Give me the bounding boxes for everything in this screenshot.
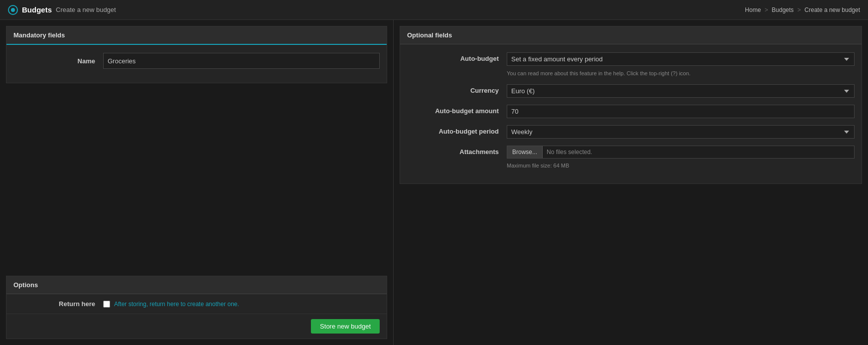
mandatory-fields-card: Mandatory fields Name xyxy=(6,26,387,83)
options-body: Return here After storing, return here t… xyxy=(6,294,387,314)
auto-budget-label: Auto-budget xyxy=(407,52,507,62)
mandatory-fields-body: Name xyxy=(6,45,387,83)
topbar-left: Budgets Create a new budget xyxy=(8,5,116,15)
auto-budget-period-label: Auto-budget period xyxy=(407,125,507,135)
name-label: Name xyxy=(13,57,103,65)
auto-budget-amount-row: Auto-budget amount xyxy=(407,105,855,118)
app-title: Budgets xyxy=(22,5,52,14)
breadcrumb-sep-1: > xyxy=(764,6,768,13)
name-input[interactable] xyxy=(103,53,380,69)
optional-fields-card: Optional fields Auto-budget Set a fixed … xyxy=(400,26,862,184)
options-title: Options xyxy=(13,281,38,289)
logo-inner xyxy=(11,8,15,12)
name-row: Name xyxy=(13,53,380,69)
auto-budget-amount-control-col xyxy=(507,105,855,118)
optional-fields-title: Optional fields xyxy=(407,31,452,39)
mandatory-fields-title: Mandatory fields xyxy=(13,31,65,39)
auto-budget-amount-label: Auto-budget amount xyxy=(407,105,507,115)
auto-budget-help-text: You can read more about this feature in … xyxy=(507,70,855,77)
store-new-budget-button[interactable]: Store new budget xyxy=(311,319,380,334)
breadcrumb-budgets[interactable]: Budgets xyxy=(772,6,794,13)
currency-label: Currency xyxy=(407,84,507,94)
optional-fields-header: Optional fields xyxy=(400,26,862,44)
optional-fields-body: Auto-budget Set a fixed amount every per… xyxy=(400,44,862,183)
currency-row: Currency Euro (€) US Dollar ($) British … xyxy=(407,84,855,98)
left-panel: Mandatory fields Name Options Return her… xyxy=(0,20,394,345)
topbar: Budgets Create a new budget Home > Budge… xyxy=(0,0,868,20)
options-header: Options xyxy=(6,276,387,294)
attachments-row: Attachments Browse... No files selected.… xyxy=(407,146,855,169)
auto-budget-row: Auto-budget Set a fixed amount every per… xyxy=(407,52,855,77)
app-subtitle: Create a new budget xyxy=(56,6,116,13)
submit-row: Store new budget xyxy=(6,314,387,339)
auto-budget-period-select[interactable]: Weekly Monthly Quarterly Yearly xyxy=(507,125,855,139)
file-input-wrapper: Browse... No files selected. xyxy=(507,146,855,159)
app-logo xyxy=(8,5,18,15)
auto-budget-period-control-col: Weekly Monthly Quarterly Yearly xyxy=(507,125,855,139)
return-here-text: After storing, return here to create ano… xyxy=(114,301,239,308)
return-here-checkbox[interactable] xyxy=(103,301,110,308)
return-here-control: After storing, return here to create ano… xyxy=(103,301,239,308)
attachments-control-col: Browse... No files selected. Maximum fil… xyxy=(507,146,855,169)
return-here-row: Return here After storing, return here t… xyxy=(13,300,380,308)
breadcrumb-current: Create a new budget xyxy=(805,6,860,13)
file-name-text: No files selected. xyxy=(543,149,596,156)
currency-control-col: Euro (€) US Dollar ($) British Pound (£) xyxy=(507,84,855,98)
browse-button[interactable]: Browse... xyxy=(507,146,543,158)
mandatory-fields-header: Mandatory fields xyxy=(6,26,387,45)
breadcrumb: Home > Budgets > Create a new budget xyxy=(745,6,860,13)
auto-budget-period-row: Auto-budget period Weekly Monthly Quarte… xyxy=(407,125,855,139)
spacer xyxy=(0,89,393,276)
return-here-label: Return here xyxy=(13,300,103,308)
auto-budget-control-col: Set a fixed amount every period Disabled… xyxy=(507,52,855,77)
breadcrumb-home[interactable]: Home xyxy=(745,6,761,13)
auto-budget-amount-input[interactable] xyxy=(507,105,855,118)
right-panel: Optional fields Auto-budget Set a fixed … xyxy=(394,20,868,345)
options-card: Options Return here After storing, retur… xyxy=(6,276,387,339)
max-file-size-text: Maximum file size: 64 MB xyxy=(507,163,855,169)
auto-budget-select[interactable]: Set a fixed amount every period Disabled xyxy=(507,52,855,66)
main-layout: Mandatory fields Name Options Return her… xyxy=(0,20,868,345)
breadcrumb-sep-2: > xyxy=(797,6,801,13)
currency-select[interactable]: Euro (€) US Dollar ($) British Pound (£) xyxy=(507,84,855,98)
attachments-label: Attachments xyxy=(407,146,507,156)
